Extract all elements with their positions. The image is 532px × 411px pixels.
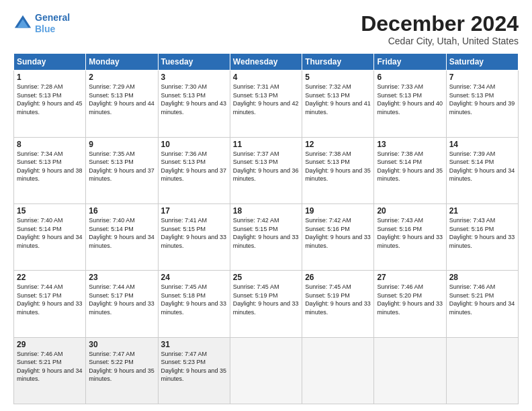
calendar-week-1: 1Sunrise: 7:28 AMSunset: 5:13 PMDaylight… <box>14 71 519 137</box>
calendar-cell: 26Sunrise: 7:45 AMSunset: 5:19 PMDayligh… <box>302 271 374 337</box>
calendar-cell: 4Sunrise: 7:31 AMSunset: 5:13 PMDaylight… <box>230 71 302 137</box>
calendar-header-thursday: Thursday <box>302 54 374 71</box>
calendar-cell <box>374 337 446 404</box>
calendar-cell: 9Sunrise: 7:35 AMSunset: 5:13 PMDaylight… <box>86 137 158 203</box>
day-number: 16 <box>89 206 154 216</box>
calendar-cell: 30Sunrise: 7:47 AMSunset: 5:22 PMDayligh… <box>86 337 158 404</box>
day-number: 10 <box>161 140 227 149</box>
calendar-cell: 7Sunrise: 7:34 AMSunset: 5:13 PMDaylight… <box>446 71 518 137</box>
calendar-cell: 3Sunrise: 7:30 AMSunset: 5:13 PMDaylight… <box>158 71 230 137</box>
day-info: Sunrise: 7:38 AMSunset: 5:14 PMDaylight:… <box>377 150 443 183</box>
day-number: 12 <box>305 140 371 149</box>
calendar-header-wednesday: Wednesday <box>230 54 302 71</box>
day-number: 11 <box>233 140 299 149</box>
day-number: 5 <box>305 73 371 82</box>
day-info: Sunrise: 7:44 AMSunset: 5:17 PMDaylight:… <box>17 283 83 316</box>
day-info: Sunrise: 7:42 AMSunset: 5:15 PMDaylight:… <box>233 217 299 249</box>
day-info: Sunrise: 7:46 AMSunset: 5:21 PMDaylight:… <box>449 283 515 316</box>
logo: General Blue <box>13 12 70 35</box>
day-info: Sunrise: 7:35 AMSunset: 5:13 PMDaylight:… <box>89 150 154 183</box>
subtitle: Cedar City, Utah, United States <box>361 36 519 46</box>
day-info: Sunrise: 7:33 AMSunset: 5:13 PMDaylight:… <box>377 83 443 116</box>
calendar-cell: 1Sunrise: 7:28 AMSunset: 5:13 PMDaylight… <box>14 71 86 137</box>
header: General Blue December 2024 Cedar City, U… <box>13 12 519 46</box>
day-info: Sunrise: 7:46 AMSunset: 5:20 PMDaylight:… <box>377 283 443 316</box>
calendar-cell: 25Sunrise: 7:45 AMSunset: 5:19 PMDayligh… <box>230 271 302 337</box>
day-info: Sunrise: 7:28 AMSunset: 5:13 PMDaylight:… <box>17 83 83 116</box>
day-number: 30 <box>89 340 154 349</box>
day-info: Sunrise: 7:42 AMSunset: 5:16 PMDaylight:… <box>305 217 371 249</box>
day-info: Sunrise: 7:45 AMSunset: 5:19 PMDaylight:… <box>233 283 299 316</box>
day-number: 24 <box>161 273 227 282</box>
day-info: Sunrise: 7:37 AMSunset: 5:13 PMDaylight:… <box>233 150 299 183</box>
calendar-cell: 31Sunrise: 7:47 AMSunset: 5:23 PMDayligh… <box>158 337 230 404</box>
day-info: Sunrise: 7:40 AMSunset: 5:14 PMDaylight:… <box>17 217 83 249</box>
calendar-header-saturday: Saturday <box>446 54 518 71</box>
day-info: Sunrise: 7:34 AMSunset: 5:13 PMDaylight:… <box>17 150 83 183</box>
page: General Blue December 2024 Cedar City, U… <box>0 0 532 411</box>
calendar-cell: 16Sunrise: 7:40 AMSunset: 5:14 PMDayligh… <box>86 203 158 270</box>
calendar-week-3: 15Sunrise: 7:40 AMSunset: 5:14 PMDayligh… <box>14 203 519 270</box>
day-number: 18 <box>233 206 299 216</box>
day-info: Sunrise: 7:29 AMSunset: 5:13 PMDaylight:… <box>89 83 154 116</box>
logo-text: General Blue <box>35 12 70 35</box>
main-title: December 2024 <box>361 12 519 36</box>
day-number: 27 <box>377 273 443 282</box>
day-info: Sunrise: 7:43 AMSunset: 5:16 PMDaylight:… <box>449 217 515 249</box>
calendar-header-sunday: Sunday <box>14 54 86 71</box>
calendar-cell <box>446 337 518 404</box>
calendar-header-monday: Monday <box>86 54 158 71</box>
day-info: Sunrise: 7:43 AMSunset: 5:16 PMDaylight:… <box>377 217 443 249</box>
calendar-week-4: 22Sunrise: 7:44 AMSunset: 5:17 PMDayligh… <box>14 271 519 337</box>
day-info: Sunrise: 7:44 AMSunset: 5:17 PMDaylight:… <box>89 283 154 316</box>
calendar-cell: 13Sunrise: 7:38 AMSunset: 5:14 PMDayligh… <box>374 137 446 203</box>
day-number: 7 <box>449 73 515 82</box>
calendar-cell: 17Sunrise: 7:41 AMSunset: 5:15 PMDayligh… <box>158 203 230 270</box>
calendar-table: SundayMondayTuesdayWednesdayThursdayFrid… <box>13 53 519 404</box>
day-info: Sunrise: 7:47 AMSunset: 5:23 PMDaylight:… <box>161 351 227 383</box>
day-info: Sunrise: 7:41 AMSunset: 5:15 PMDaylight:… <box>161 217 227 249</box>
day-number: 6 <box>377 73 443 82</box>
calendar-cell: 19Sunrise: 7:42 AMSunset: 5:16 PMDayligh… <box>302 203 374 270</box>
day-number: 21 <box>449 206 515 216</box>
day-number: 23 <box>89 273 154 282</box>
day-number: 25 <box>233 273 299 282</box>
calendar-cell: 23Sunrise: 7:44 AMSunset: 5:17 PMDayligh… <box>86 271 158 337</box>
calendar-cell: 22Sunrise: 7:44 AMSunset: 5:17 PMDayligh… <box>14 271 86 337</box>
day-number: 3 <box>161 73 227 82</box>
day-info: Sunrise: 7:30 AMSunset: 5:13 PMDaylight:… <box>161 83 227 116</box>
day-number: 31 <box>161 340 227 349</box>
calendar-cell: 11Sunrise: 7:37 AMSunset: 5:13 PMDayligh… <box>230 137 302 203</box>
day-number: 9 <box>89 140 154 149</box>
day-number: 28 <box>449 273 515 282</box>
calendar-week-5: 29Sunrise: 7:46 AMSunset: 5:21 PMDayligh… <box>14 337 519 404</box>
calendar-header-tuesday: Tuesday <box>158 54 230 71</box>
day-info: Sunrise: 7:47 AMSunset: 5:22 PMDaylight:… <box>89 351 154 383</box>
calendar-cell: 28Sunrise: 7:46 AMSunset: 5:21 PMDayligh… <box>446 271 518 337</box>
calendar-cell: 27Sunrise: 7:46 AMSunset: 5:20 PMDayligh… <box>374 271 446 337</box>
calendar-header-friday: Friday <box>374 54 446 71</box>
calendar-cell: 8Sunrise: 7:34 AMSunset: 5:13 PMDaylight… <box>14 137 86 203</box>
calendar-cell <box>302 337 374 404</box>
calendar-cell: 21Sunrise: 7:43 AMSunset: 5:16 PMDayligh… <box>446 203 518 270</box>
calendar-cell: 24Sunrise: 7:45 AMSunset: 5:18 PMDayligh… <box>158 271 230 337</box>
calendar-cell: 14Sunrise: 7:39 AMSunset: 5:14 PMDayligh… <box>446 137 518 203</box>
day-info: Sunrise: 7:45 AMSunset: 5:18 PMDaylight:… <box>161 283 227 316</box>
calendar-cell: 2Sunrise: 7:29 AMSunset: 5:13 PMDaylight… <box>86 71 158 137</box>
calendar-header-row: SundayMondayTuesdayWednesdayThursdayFrid… <box>14 54 519 71</box>
day-info: Sunrise: 7:31 AMSunset: 5:13 PMDaylight:… <box>233 83 299 116</box>
calendar-cell: 29Sunrise: 7:46 AMSunset: 5:21 PMDayligh… <box>14 337 86 404</box>
day-number: 17 <box>161 206 227 216</box>
day-number: 4 <box>233 73 299 82</box>
day-info: Sunrise: 7:39 AMSunset: 5:14 PMDaylight:… <box>449 150 515 183</box>
day-info: Sunrise: 7:40 AMSunset: 5:14 PMDaylight:… <box>89 217 154 249</box>
title-block: December 2024 Cedar City, Utah, United S… <box>361 12 519 46</box>
day-info: Sunrise: 7:45 AMSunset: 5:19 PMDaylight:… <box>305 283 371 316</box>
day-number: 2 <box>89 73 154 82</box>
logo-icon <box>13 14 32 33</box>
day-number: 20 <box>377 206 443 216</box>
calendar-cell: 6Sunrise: 7:33 AMSunset: 5:13 PMDaylight… <box>374 71 446 137</box>
day-info: Sunrise: 7:36 AMSunset: 5:13 PMDaylight:… <box>161 150 227 183</box>
day-number: 8 <box>17 140 83 149</box>
day-number: 26 <box>305 273 371 282</box>
